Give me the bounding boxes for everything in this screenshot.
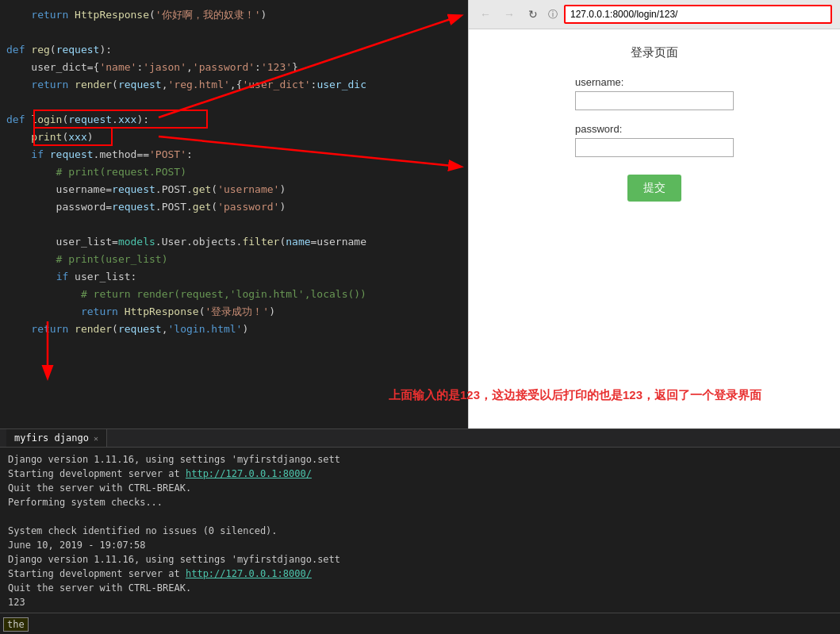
username-label: username: (575, 76, 734, 88)
terminal-line: Quit the server with CTRL-BREAK. (8, 481, 832, 495)
close-tab-icon[interactable]: ✕ (94, 434, 98, 443)
browser-panel: ← → ↻ ⓘ 登录页面 username: password: 提交 (468, 0, 840, 428)
terminal-line: Starting development server at http://12… (8, 567, 832, 581)
page-title: 登录页面 (631, 45, 678, 60)
address-bar[interactable] (564, 5, 832, 24)
password-label: password: (575, 123, 734, 135)
submit-button[interactable]: 提交 (627, 175, 681, 202)
terminal-tab-label: myfirs django (14, 432, 89, 444)
password-group: password: (575, 123, 734, 157)
terminal-bottom-highlight: the (3, 617, 29, 632)
terminal-link[interactable]: http://127.0.0.1:8000/ (186, 468, 312, 479)
annotation-text: 上面输入的是123，这边接受以后打印的也是123，返回了一个登录界面 (389, 386, 833, 405)
terminal-tabs: myfirs django ✕ (0, 429, 840, 448)
password-input[interactable] (575, 138, 734, 157)
terminal-line: Performing system checks... (8, 495, 832, 509)
refresh-button[interactable]: ↻ (524, 6, 542, 23)
terminal-panel: myfirs django ✕ Django version 1.11.16, … (0, 428, 840, 634)
terminal-content: Django version 1.11.16, using settings '… (0, 448, 840, 613)
terminal-line: Django version 1.11.16, using settings '… (8, 552, 832, 567)
terminal-line (8, 509, 832, 524)
terminal-line: Django version 1.11.16, using settings '… (8, 452, 832, 467)
browser-content: 登录页面 username: password: 提交 (469, 29, 840, 428)
security-icon: ⓘ (548, 8, 558, 21)
browser-toolbar: ← → ↻ ⓘ (469, 0, 840, 29)
terminal-footer: the (0, 613, 840, 634)
terminal-tab-myfirs[interactable]: myfirs django ✕ (6, 429, 107, 447)
terminal-line: June 10, 2019 - 19:07:58 (8, 538, 832, 552)
code-panel: return HttpResponse('你好啊，我的奴隶！') def reg… (0, 0, 468, 428)
terminal-line: Starting development server at http://12… (8, 467, 832, 481)
terminal-line: Quit the server with CTRL-BREAK. (8, 581, 832, 595)
terminal-line: System check identified no issues (0 sil… (8, 524, 832, 538)
forward-button[interactable]: → (501, 6, 518, 23)
terminal-output-123: 123 (8, 595, 832, 609)
username-group: username: (575, 76, 734, 110)
username-input[interactable] (575, 91, 734, 110)
back-button[interactable]: ← (477, 6, 494, 23)
terminal-link-2[interactable]: http://127.0.0.1:8000/ (186, 568, 312, 579)
